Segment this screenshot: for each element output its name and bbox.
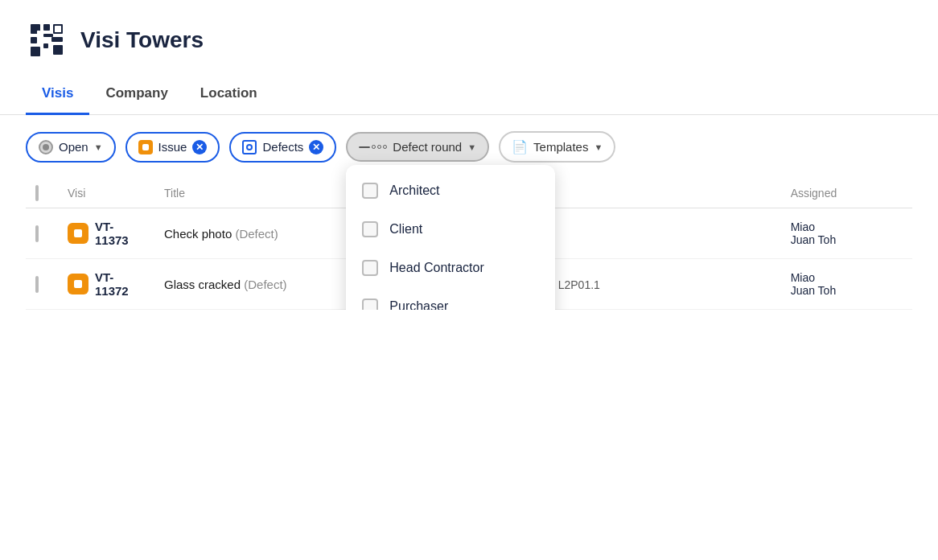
chevron-down-icon: ▼ xyxy=(94,142,103,152)
row1-issue-dot xyxy=(68,223,88,244)
row1-issue-dot-inner xyxy=(74,229,82,237)
row2-visi-badge: VT-11372 xyxy=(68,270,145,298)
open-filter-button[interactable]: Open ▼ xyxy=(26,132,116,163)
defect-round-filter-button[interactable]: Defect round ▼ xyxy=(346,132,489,162)
defects-filter-label: Defects xyxy=(262,140,303,154)
svg-rect-7 xyxy=(43,43,48,48)
row2-visi-id: VT-11372 xyxy=(95,270,145,298)
row1-checkbox[interactable] xyxy=(35,225,39,242)
row2-check xyxy=(26,259,58,310)
row2-issue-dot xyxy=(68,274,88,294)
row2-title-text: Glass cracked xyxy=(164,278,241,291)
filters-bar: Open ▼ Issue ✕ Defects ✕ Defect round ▼ xyxy=(0,115,938,179)
client-checkbox[interactable] xyxy=(362,221,378,237)
svg-rect-6 xyxy=(31,47,40,56)
tab-visis[interactable]: Visis xyxy=(26,74,89,115)
th-assigned: Assigned xyxy=(781,179,912,208)
defects-close-icon[interactable]: ✕ xyxy=(309,140,323,154)
header: Visi Towers xyxy=(0,0,938,74)
logo-icon xyxy=(26,19,68,61)
issue-square-icon xyxy=(138,140,153,154)
defect-round-dropdown: Architect Client Head Contractor Purchas… xyxy=(346,165,555,310)
row1-visi: VT-11373 xyxy=(58,208,154,259)
row1-visi-id: VT-11373 xyxy=(95,220,145,247)
defect-round-filter-label: Defect round xyxy=(393,140,462,154)
dropdown-item-head-contractor[interactable]: Head Contractor xyxy=(346,249,555,287)
head-contractor-label: Head Contractor xyxy=(389,261,483,275)
svg-rect-3 xyxy=(31,37,37,43)
templates-filter-label: Templates xyxy=(533,140,588,154)
templates-doc-icon: 📄 xyxy=(512,139,528,154)
svg-rect-11 xyxy=(55,26,61,32)
dropdown-item-purchaser[interactable]: Purchaser xyxy=(346,287,555,310)
defects-square-icon xyxy=(242,140,257,154)
def-inner xyxy=(246,144,253,150)
purchaser-checkbox[interactable] xyxy=(362,299,378,310)
th-visi: Visi xyxy=(58,179,154,208)
open-radio-icon xyxy=(39,140,53,154)
svg-rect-9 xyxy=(53,45,63,55)
open-filter-label: Open xyxy=(59,140,88,154)
templates-filter-button[interactable]: 📄 Templates ▼ xyxy=(499,131,615,163)
row2-checkbox[interactable] xyxy=(35,276,39,293)
row2-type-label: (Defect) xyxy=(244,278,286,291)
row2-assigned-name1: Miao xyxy=(791,271,903,284)
row1-assigned: Miao Juan Toh xyxy=(781,208,912,259)
tabs-bar: Visis Company Location xyxy=(0,74,938,115)
architect-checkbox[interactable] xyxy=(362,183,378,199)
defect-round-chevron-icon: ▼ xyxy=(467,142,476,152)
architect-label: Architect xyxy=(389,183,439,198)
dropdown-item-architect[interactable]: Architect xyxy=(346,171,555,210)
row2-issue-dot-inner xyxy=(74,280,82,288)
svg-rect-5 xyxy=(43,34,53,37)
issue-close-icon[interactable]: ✕ xyxy=(192,140,207,154)
dropdown-item-client[interactable]: Client xyxy=(346,210,555,249)
header-checkbox[interactable] xyxy=(35,185,39,201)
issue-filter-button[interactable]: Issue ✕ xyxy=(125,132,220,163)
row1-assigned-name1: Miao xyxy=(791,220,903,233)
radio-dot xyxy=(43,144,49,150)
svg-rect-10 xyxy=(37,31,40,34)
tab-location[interactable]: Location xyxy=(184,74,274,115)
issue-sq-inner xyxy=(142,144,149,150)
defect-round-icon xyxy=(359,145,387,149)
app-title: Visi Towers xyxy=(80,27,204,53)
head-contractor-checkbox[interactable] xyxy=(362,260,378,276)
defect-round-container: Defect round ▼ Architect Client Head Con… xyxy=(346,132,489,162)
row1-title-text: Check photo xyxy=(164,227,232,241)
row2-visi: VT-11372 xyxy=(58,259,154,310)
defects-filter-button[interactable]: Defects ✕ xyxy=(229,132,336,163)
row2-assigned-name2: Juan Toh xyxy=(791,284,903,297)
issue-filter-label: Issue xyxy=(158,140,187,154)
row1-type-label: (Defect) xyxy=(235,227,278,241)
svg-rect-2 xyxy=(43,24,50,31)
row1-check xyxy=(26,208,58,259)
tab-company[interactable]: Company xyxy=(89,74,183,115)
templates-chevron-icon: ▼ xyxy=(594,142,603,152)
th-checkbox xyxy=(26,179,58,208)
svg-rect-8 xyxy=(51,37,63,42)
purchaser-label: Purchaser xyxy=(389,299,448,310)
row1-assigned-name2: Juan Toh xyxy=(791,233,903,246)
row2-assigned: Miao Juan Toh xyxy=(781,259,912,310)
client-label: Client xyxy=(389,222,422,237)
row1-visi-badge: VT-11373 xyxy=(68,220,145,247)
